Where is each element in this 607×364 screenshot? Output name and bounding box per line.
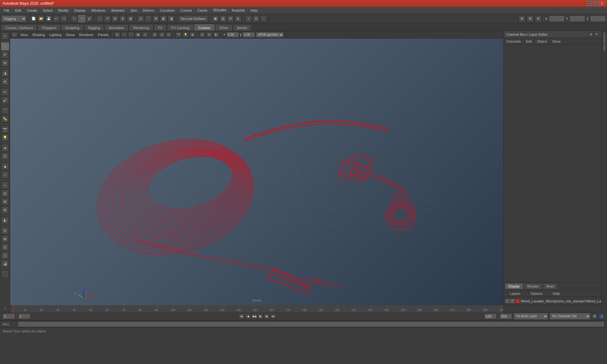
auto-key-tool[interactable]: ◇	[1, 171, 9, 179]
vp-menu-show[interactable]: Show	[64, 33, 77, 37]
skip-to-start-button[interactable]: ⏮	[239, 313, 244, 319]
snap-point-button[interactable]: ⊠	[152, 15, 159, 22]
rotate-tool-button[interactable]: ⟳	[104, 15, 111, 22]
workspace-dropdown[interactable]: Rigging	[1, 15, 27, 22]
vp-menu-lighting[interactable]: Lighting	[47, 33, 64, 37]
lasso-tool-button[interactable]: ⬡	[78, 15, 85, 22]
menu-skin[interactable]: Skin	[128, 8, 139, 13]
menu-display[interactable]: Display	[72, 8, 88, 13]
bind-skin-tool[interactable]: ⊡	[1, 152, 9, 160]
redo-button[interactable]: ↪	[60, 15, 67, 22]
tab-animation[interactable]: Animation	[105, 24, 128, 31]
move-mode-button[interactable]: ↔	[1, 43, 9, 50]
disp-tab-display[interactable]: Display	[505, 283, 523, 289]
menu-deform[interactable]: Deform	[140, 8, 157, 13]
attr-strip-label[interactable]: Attribute Editor	[603, 32, 606, 51]
menu-control[interactable]: Control	[178, 8, 194, 13]
menu-constrain[interactable]: Constrain	[157, 8, 177, 13]
open-scene-button[interactable]: 📂	[38, 15, 45, 22]
disp-tab-render[interactable]: Render	[524, 283, 542, 289]
extra-tool-6[interactable]: ⬛	[1, 270, 9, 278]
render-settings-button[interactable]: ⚙	[227, 15, 234, 22]
channel-box-close[interactable]: ✕	[594, 32, 599, 37]
tab-polygons[interactable]: Polygons	[38, 24, 60, 31]
no-character-set-select[interactable]: No Character Set	[549, 313, 591, 320]
play-forward-button[interactable]: ▶	[258, 313, 263, 319]
vp-vert-mode[interactable]: •	[121, 32, 127, 38]
select-mode-button[interactable]: ↖	[1, 32, 9, 40]
extra-tool-1[interactable]: ⊟	[1, 227, 9, 234]
snap-grid-button[interactable]: ⊡	[137, 15, 144, 22]
menu-file[interactable]: File	[1, 8, 12, 13]
command-input[interactable]	[18, 321, 604, 327]
view-layout-4[interactable]: ⊞	[1, 206, 9, 214]
timeline-playhead[interactable]	[13, 305, 14, 312]
vp-frame-sel[interactable]: ◈	[159, 32, 165, 38]
attr-editor-toggle[interactable]: ⊠	[527, 15, 534, 22]
hypershade-button[interactable]: ◈	[235, 15, 242, 22]
layout2-button[interactable]: ⊟	[253, 15, 260, 22]
universal-manip-button[interactable]: ⊕	[119, 15, 126, 22]
menu-cache[interactable]: Cache	[195, 8, 210, 13]
measure-tool[interactable]: 📏	[1, 115, 9, 123]
paint-select-button[interactable]: 🖌	[86, 15, 93, 22]
soft-mod-button[interactable]: ◑	[127, 15, 134, 22]
vp-edge-mode[interactable]: ⌒	[128, 32, 134, 38]
paint-tool[interactable]: 🖌	[1, 96, 9, 104]
snap-live-button[interactable]: ◨	[168, 15, 175, 22]
layers-link[interactable]: Layers	[507, 291, 523, 296]
layout3-button[interactable]: ▫	[260, 15, 267, 22]
sculpt-tool[interactable]: ✏	[1, 88, 9, 96]
menu-modify[interactable]: Modify	[56, 8, 71, 13]
show-manipulator[interactable]: ⊕	[1, 78, 9, 85]
extra-tool-5[interactable]: ◪	[1, 260, 9, 267]
char-set-button[interactable]: 👤	[599, 313, 604, 319]
channel-box-dock[interactable]: ⊟	[589, 32, 593, 37]
y-input[interactable]	[569, 15, 585, 22]
cb-tab-channels[interactable]: Channels	[505, 39, 522, 44]
vp-menu-renderer[interactable]: Renderer	[77, 33, 95, 37]
anim-end-input[interactable]	[500, 313, 512, 319]
minimize-button[interactable]: —	[587, 1, 592, 6]
snap-view-button[interactable]: ◧	[160, 15, 167, 22]
layer-visibility-toggle[interactable]: V	[506, 299, 509, 303]
help-link[interactable]: Help	[550, 291, 562, 296]
step-back-button[interactable]: ◀	[245, 313, 251, 319]
vp-camera-btn[interactable]: 📷	[175, 32, 182, 38]
vp-hud-btn[interactable]: ⊟	[206, 32, 212, 38]
vp-menu-view[interactable]: View	[18, 33, 30, 37]
ipr-render-button[interactable]: ▤	[219, 15, 226, 22]
cb-tab-show[interactable]: Show	[551, 39, 562, 44]
cb-tab-object[interactable]: Object	[536, 39, 548, 44]
disp-tab-anim[interactable]: Anim	[543, 283, 558, 289]
x-input[interactable]	[549, 15, 565, 22]
tab-rendering[interactable]: Rendering	[129, 24, 153, 31]
menu-3dtoall[interactable]: 3DtoAll▾	[211, 8, 229, 13]
undo-button[interactable]: ↩	[53, 15, 60, 22]
z-input[interactable]	[590, 15, 606, 22]
play-back-button[interactable]: ◀◀	[251, 313, 257, 319]
tab-fx-caching[interactable]: FX Caching	[167, 24, 193, 31]
soft-mod-tool[interactable]: ◑	[1, 70, 9, 77]
no-live-surface-button[interactable]: No Live Surface	[178, 15, 208, 22]
range-start-input[interactable]	[18, 313, 31, 319]
vp-sync-sel[interactable]: ⊟	[166, 32, 172, 38]
view-layout-3[interactable]: ⊠	[1, 198, 9, 205]
camera-tool[interactable]: 📷	[1, 125, 9, 133]
tab-rigging[interactable]: Rigging	[84, 24, 104, 31]
new-scene-button[interactable]: 📄	[30, 15, 37, 22]
select-tool-button[interactable]: ↖	[71, 15, 78, 22]
layer-color-swatch[interactable]	[516, 299, 519, 303]
vp-light-btn[interactable]: 💡	[182, 32, 189, 38]
move-tool-button[interactable]: ↔	[96, 15, 103, 22]
vp-select-icon[interactable]: ↖	[11, 32, 18, 38]
tab-fx[interactable]: FX	[154, 24, 167, 31]
cb-tab-edit[interactable]: Edit	[524, 39, 533, 44]
timeline-ruler[interactable]: 1020304050607080901001101201301401501601…	[10, 305, 503, 312]
exposure-value[interactable]: 0.00	[226, 32, 239, 38]
view-layout-2[interactable]: ⊟	[1, 190, 9, 197]
vp-frame-all[interactable]: ⊠	[152, 32, 158, 38]
layout1-button[interactable]: ▪	[245, 15, 252, 22]
scale-mode-button[interactable]: ⊞	[1, 59, 9, 67]
quick-layout-btn[interactable]: ◧	[1, 216, 9, 224]
